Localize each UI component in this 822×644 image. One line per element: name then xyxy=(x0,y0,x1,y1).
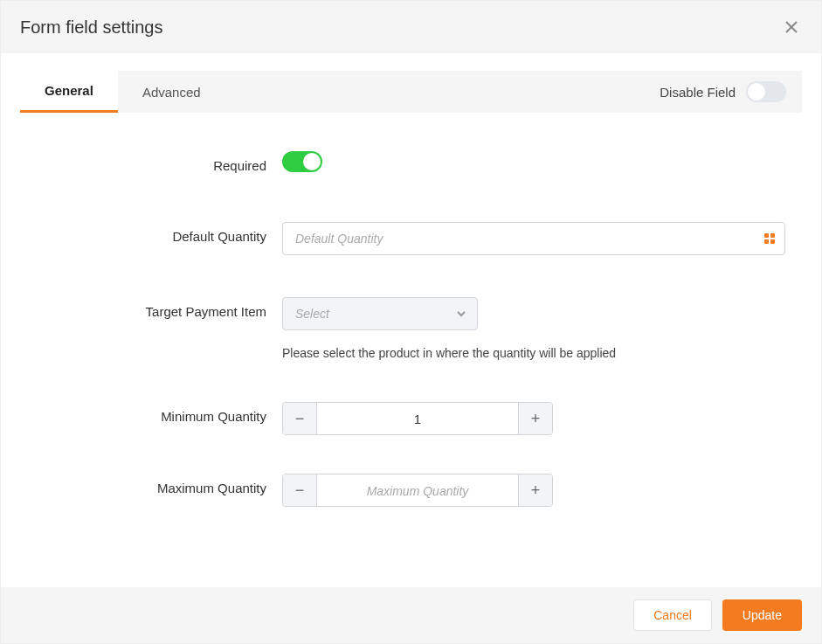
form-field-settings-modal: Form field settings General Advanced Dis… xyxy=(0,0,822,644)
target-payment-helper: Please select the product in where the q… xyxy=(282,346,802,360)
min-quantity-input[interactable] xyxy=(316,403,519,434)
field-row-default-quantity: Default Quantity xyxy=(20,222,802,255)
disable-field-label: Disable Field xyxy=(660,85,736,100)
disable-field-group: Disable Field xyxy=(660,81,802,102)
default-quantity-input-wrap xyxy=(282,222,785,255)
cancel-button[interactable]: Cancel xyxy=(633,599,712,631)
chevron-down-icon xyxy=(456,308,466,319)
modal-title: Form field settings xyxy=(20,17,162,38)
tabs: General Advanced xyxy=(20,71,225,113)
toggle-knob xyxy=(303,153,321,170)
label-default-quantity: Default Quantity xyxy=(20,222,282,244)
min-decrement-button[interactable]: − xyxy=(283,403,316,434)
default-quantity-input[interactable] xyxy=(295,223,749,254)
field-row-max-quantity: Maximum Quantity − + xyxy=(20,474,802,507)
min-quantity-stepper: − + xyxy=(282,402,553,435)
select-placeholder: Select xyxy=(295,307,329,321)
label-required: Required xyxy=(20,151,282,173)
form-body: Required Default Quantity xyxy=(1,113,821,587)
grid-icon[interactable] xyxy=(764,233,775,244)
required-toggle[interactable] xyxy=(282,151,322,172)
tab-advanced[interactable]: Advanced xyxy=(118,71,225,113)
target-payment-select[interactable]: Select xyxy=(282,297,478,330)
label-max-quantity: Maximum Quantity xyxy=(20,474,282,495)
disable-field-toggle[interactable] xyxy=(746,81,786,102)
modal-footer: Cancel Update xyxy=(1,587,821,643)
close-button[interactable] xyxy=(781,17,802,38)
field-row-target-payment-item: Target Payment Item Select Please select… xyxy=(20,297,802,360)
modal-header: Form field settings xyxy=(1,1,821,53)
label-min-quantity: Minimum Quantity xyxy=(20,402,282,424)
tab-general[interactable]: General xyxy=(20,71,118,113)
max-decrement-button[interactable]: − xyxy=(283,474,316,506)
toggle-knob xyxy=(748,83,765,100)
max-quantity-stepper: − + xyxy=(282,474,553,507)
close-icon xyxy=(785,21,798,33)
max-quantity-input[interactable] xyxy=(316,474,519,506)
field-row-min-quantity: Minimum Quantity − + xyxy=(20,402,802,435)
update-button[interactable]: Update xyxy=(722,599,802,631)
field-row-required: Required xyxy=(20,151,802,173)
tabs-bar: General Advanced Disable Field xyxy=(20,71,802,113)
label-target-payment-item: Target Payment Item xyxy=(20,297,282,319)
min-increment-button[interactable]: + xyxy=(519,403,552,434)
max-increment-button[interactable]: + xyxy=(519,474,552,506)
